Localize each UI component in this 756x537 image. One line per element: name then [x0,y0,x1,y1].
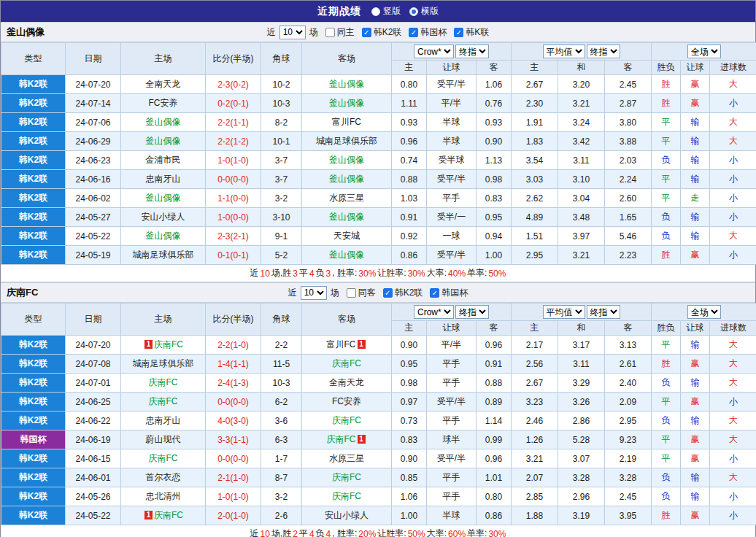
away-team-cell[interactable]: 庆南FC [302,412,392,430]
away-team-cell[interactable]: 富川FC [302,113,392,132]
checkbox-icon[interactable]: ✓ [430,288,439,298]
sub-header-avg-away: 客 [605,61,652,75]
away-team-name: 富川FC [327,339,356,349]
checkbox-icon[interactable] [325,28,335,37]
summary-segment: 单率: [466,267,487,279]
away-team-cell[interactable]: 釜山偶像 [302,75,392,94]
corners-cell: 2-2 [261,336,302,355]
sub-header-avg-home: 主 [512,61,558,75]
away-team-cell[interactable]: 富川FC1 [302,336,392,355]
checkbox-icon[interactable]: ✓ [383,288,393,298]
league-type-cell: 韩K2联 [1,75,66,94]
away-team-cell[interactable]: 庆南FC [302,487,392,506]
scope-select[interactable]: 全场 [687,305,721,319]
result-cell: 大 [710,468,756,487]
away-team-name: 釜山偶像 [329,212,364,222]
away-team-cell[interactable]: 釜山偶像 [302,94,392,113]
home-team-cell[interactable]: 釜山偶像 [121,227,206,246]
checkbox-icon[interactable]: ✓ [409,28,418,37]
radio-icon[interactable] [371,7,380,16]
filter-checkbox[interactable]: 同客 [347,287,376,299]
odds-cell: 0.98 [477,170,512,189]
result-cell: 赢 [681,393,710,412]
odds-cell: 3.04 [558,189,605,208]
recent-count-select[interactable]: 10 [301,286,327,300]
away-team-cell[interactable]: 庆南FC1 [302,430,392,449]
home-team-cell[interactable]: FC安养 [121,94,206,113]
col-header-away: 客场 [302,304,392,336]
away-team-cell[interactable]: 庆南FC [302,355,392,374]
scope-select[interactable]: 全场 [687,45,721,58]
odds-cell: 2.67 [512,374,558,393]
away-team-cell[interactable]: 釜山偶像 [302,170,392,189]
home-team-cell[interactable]: 釜山偶像 [121,189,206,208]
index-stage-select[interactable]: 终指 [587,305,620,319]
layout-radio[interactable]: 竖版 [371,5,401,18]
home-team-cell[interactable]: 蔚山现代 [121,430,206,449]
home-team-cell[interactable]: 忠北清州 [121,487,206,506]
away-team-cell[interactable]: 水原三星 [302,189,392,208]
away-team-cell[interactable]: 釜山偶像 [302,246,392,265]
bookmaker-select[interactable]: Crow* [414,45,454,58]
score-cell: 4-0(3-0) [206,412,261,430]
home-team-cell[interactable]: 忠南牙山 [121,412,206,430]
filter-checkbox[interactable]: ✓韩K2联 [362,26,402,39]
home-team-cell[interactable]: 安山小绿人 [121,208,206,227]
home-team-cell[interactable]: 釜山偶像 [121,132,206,151]
away-team-cell[interactable]: 釜山偶像 [302,208,392,227]
filter-checkbox[interactable]: ✓韩K2联 [383,287,423,299]
filter-checkbox[interactable]: ✓韩国杯 [430,287,468,299]
index-stage-select[interactable]: 终指 [587,45,620,58]
filter-checkbox[interactable]: ✓韩K联 [454,26,489,39]
home-team-cell[interactable]: 忠南牙山 [121,170,206,189]
sub-header-avg-home: 主 [512,321,558,336]
league-type-cell: 韩K2联 [1,227,66,246]
average-select[interactable]: 平均值 [543,305,585,319]
home-team-name: 釜山偶像 [146,136,181,146]
home-team-cell[interactable]: 全南天龙 [121,75,206,94]
result-cell: 赢 [681,246,710,265]
home-team-cell[interactable]: 庆南FC [121,449,206,468]
checkbox-icon[interactable] [347,288,356,298]
home-team-cell[interactable]: 庆南FC [121,393,206,412]
result-cell: 大 [710,355,756,374]
away-team-cell[interactable]: 水原三星 [302,449,392,468]
home-team-cell[interactable]: 1庆南FC [121,506,206,525]
away-team-cell[interactable]: 天安城 [302,227,392,246]
odds-cell: 3.54 [512,151,558,170]
odds-cell: 0.96 [477,449,512,468]
bookmaker-select[interactable]: Crow* [414,305,454,319]
home-team-cell[interactable]: 1庆南FC [121,336,206,355]
index-stage-select[interactable]: 终指 [455,45,489,58]
odds-cell: 5.46 [605,227,652,246]
home-team-cell[interactable]: 釜山偶像 [121,113,206,132]
layout-radio[interactable]: 横版 [409,5,439,18]
away-team-cell[interactable]: 安山小绿人 [302,506,392,525]
corners-cell: 6-3 [261,430,302,449]
away-team-cell[interactable]: 城南足球俱乐部 [302,132,392,151]
away-team-cell[interactable]: 全南天龙 [302,374,392,393]
result-cell: 小 [710,151,756,170]
away-team-cell[interactable]: 釜山偶像 [302,151,392,170]
away-team-cell[interactable]: FC安养 [302,393,392,412]
home-team-cell[interactable]: 城南足球俱乐部 [121,355,206,374]
odds-cell: 受平/半 [427,246,477,265]
checkbox-icon[interactable]: ✓ [454,28,463,37]
average-select[interactable]: 平均值 [543,45,585,58]
home-team-cell[interactable]: 庆南FC [121,374,206,393]
result-cell: 负 [652,412,681,430]
recent-count-select[interactable]: 10 [279,26,306,39]
games-label: 场 [331,287,339,299]
home-team-cell[interactable]: 金浦市民 [121,151,206,170]
checkbox-icon[interactable]: ✓ [362,28,371,37]
radio-icon[interactable] [409,7,418,16]
league-type-cell: 韩K2联 [1,132,66,151]
away-team-cell[interactable]: 庆南FC [302,468,392,487]
odds-cell: 1.11 [392,94,427,113]
home-team-cell[interactable]: 城南足球俱乐部 [121,246,206,265]
index-stage-select[interactable]: 终指 [455,305,489,319]
home-team-cell[interactable]: 首尔衣恋 [121,468,206,487]
filter-checkbox[interactable]: ✓韩国杯 [409,26,447,39]
filter-checkbox[interactable]: 同主 [325,26,355,39]
filters-bar: 近10场同客✓韩K2联✓韩国杯 [288,286,468,300]
